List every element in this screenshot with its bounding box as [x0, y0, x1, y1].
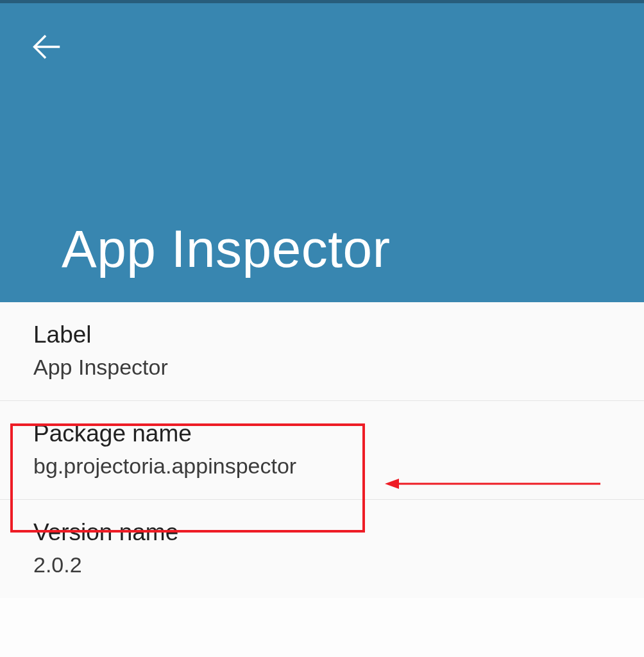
item-value: bg.projectoria.appinspector [33, 454, 611, 479]
item-title: Package name [33, 420, 611, 447]
app-bar: App Inspector [0, 3, 644, 302]
list-item-label[interactable]: Label App Inspector [0, 302, 644, 401]
list-item-package-name[interactable]: Package name bg.projectoria.appinspector [0, 401, 644, 500]
page-title: App Inspector [62, 219, 390, 279]
list-item-version-name[interactable]: Version name 2.0.2 [0, 500, 644, 598]
item-title: Version name [33, 519, 611, 546]
item-value: 2.0.2 [33, 552, 611, 577]
item-title: Label [33, 321, 611, 348]
detail-list: Label App Inspector Package name bg.proj… [0, 302, 644, 598]
back-button[interactable] [26, 28, 67, 69]
item-value: App Inspector [33, 355, 611, 380]
arrow-back-icon [30, 30, 63, 66]
